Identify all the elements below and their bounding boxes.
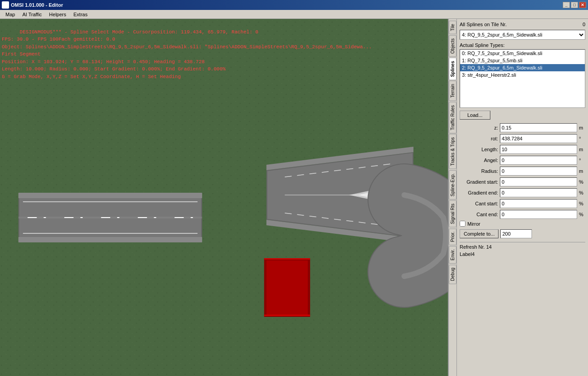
tab-traffic-rules[interactable]: Traffic Rules xyxy=(449,102,456,134)
tab-prior[interactable]: Prior. xyxy=(449,228,456,245)
overlay-line5: Position: X = 103.924; Y = 68.134; Heigh… xyxy=(2,59,205,65)
svg-rect-31 xyxy=(264,315,310,316)
tab-envir[interactable]: Envir. xyxy=(449,246,456,264)
angel-row: Angel: ° xyxy=(460,156,585,165)
gradient-end-input[interactable] xyxy=(500,188,577,197)
right-panel: Tile Objects Splines Terrain Traffic Rul… xyxy=(448,19,588,376)
tab-terrain[interactable]: Terrain xyxy=(449,81,456,101)
cant-start-input[interactable] xyxy=(500,199,577,208)
spline-item-3[interactable]: 3: str_4spur_Heerstr2.sli xyxy=(460,71,585,79)
rot-input[interactable] xyxy=(500,134,577,143)
divider xyxy=(460,242,585,242)
overlay-line2: FPS: 30.0 - FPS 100Fach gemittelt: 0.0 xyxy=(2,37,115,42)
mirror-row: Mirror xyxy=(460,221,585,227)
radius-row: Radius: m xyxy=(460,167,585,176)
menu-aitraffic[interactable]: AI Traffic xyxy=(19,11,45,18)
cant-end-input[interactable] xyxy=(500,210,577,219)
spline-dropdown[interactable]: 4: RQ_9,5_2spur_6,5m_Sidewalk.sli xyxy=(460,30,585,40)
cant-end-unit: % xyxy=(579,212,585,217)
spline-item-1[interactable]: 1: RQ_7,5_2spur_5,5mb.sli xyxy=(460,57,585,64)
all-splines-row: All Splines on Tile Nr. 0 xyxy=(460,22,585,27)
window-controls: _ □ ✕ xyxy=(563,2,586,8)
cant-end-label: Cant end: xyxy=(460,212,498,217)
gradient-end-unit: % xyxy=(579,190,585,195)
z-row: z: m xyxy=(460,123,585,132)
cant-end-row: Cant end: % xyxy=(460,210,585,219)
svg-rect-17 xyxy=(19,237,202,242)
length-input[interactable] xyxy=(500,145,577,154)
label4: Label4 xyxy=(460,251,585,257)
overlay-line7: G = Grab Mode, X,Y,Z = Set X,Y,Z Coordin… xyxy=(2,74,181,79)
complete-input[interactable] xyxy=(500,229,532,238)
z-unit: m xyxy=(579,125,585,130)
menu-helpers[interactable]: Helpers xyxy=(46,11,70,18)
length-unit: m xyxy=(579,147,585,152)
rot-label: rot: xyxy=(460,136,498,141)
tab-splines[interactable]: Splines xyxy=(449,58,456,80)
refresh-label: Refresh Nr. 14 xyxy=(460,244,585,250)
spline-list[interactable]: 0: RQ_7,5_2spur_5,5m_Sidewalk.sli 1: RQ_… xyxy=(460,49,585,108)
minimize-button[interactable]: _ xyxy=(563,2,570,8)
overlay-text: DESIGNMODUS*** - Spline Select Mode - Cu… xyxy=(2,21,372,88)
gradient-start-label: Gradient start: xyxy=(460,179,498,185)
z-input[interactable] xyxy=(500,123,577,132)
radius-label: Radius: xyxy=(460,168,498,174)
vertical-tabs: Tile Objects Splines Terrain Traffic Rul… xyxy=(449,19,457,376)
tab-signal-rts[interactable]: Signal Rts xyxy=(449,200,456,227)
cant-start-row: Cant start: % xyxy=(460,199,585,208)
radius-unit: m xyxy=(579,168,585,174)
angel-unit: ° xyxy=(579,158,585,163)
tab-spline-exp[interactable]: Spline-Exp. xyxy=(449,170,456,200)
mirror-checkbox[interactable] xyxy=(460,221,466,227)
all-splines-count: 0 xyxy=(583,22,585,27)
viewport[interactable]: DESIGNMODUS*** - Spline Select Mode - Cu… xyxy=(0,19,448,376)
rot-row: rot: ° xyxy=(460,134,585,143)
menubar: Map AI Traffic Helpers Extras xyxy=(0,10,588,19)
complete-row: Complete to... xyxy=(460,229,585,238)
tab-tile[interactable]: Tile xyxy=(449,21,456,34)
angel-label: Angel: xyxy=(460,158,498,163)
radius-input[interactable] xyxy=(500,167,577,176)
tab-debug[interactable]: Debug xyxy=(449,265,456,284)
svg-rect-29 xyxy=(267,260,308,315)
panel-content: All Splines on Tile Nr. 0 4: RQ_9,5_2spu… xyxy=(457,19,588,376)
spline-item-0[interactable]: 0: RQ_7,5_2spur_5,5m_Sidewalk.sli xyxy=(460,50,585,57)
z-label: z: xyxy=(460,125,498,130)
tab-tracks-trips[interactable]: Tracks & Trips xyxy=(449,134,456,169)
window-title: OMSI 1.01.000 - Editor xyxy=(11,2,63,8)
spline-item-2[interactable]: 2: RQ_9,5_2spur_6,5m_Sidewalk.sli xyxy=(460,64,585,71)
svg-rect-30 xyxy=(264,258,310,260)
menu-map[interactable]: Map xyxy=(2,11,19,18)
length-row: Length: m xyxy=(460,145,585,154)
load-button[interactable]: Load... xyxy=(460,111,490,120)
tab-objects[interactable]: Objects xyxy=(449,35,456,57)
main-area: DESIGNMODUS*** - Spline Select Mode - Cu… xyxy=(0,19,588,376)
cant-start-unit: % xyxy=(579,201,585,206)
all-splines-label: All Splines on Tile Nr. xyxy=(460,22,507,27)
overlay-line6: Length: 10.000; Radius: 0.000; Start Gra… xyxy=(2,66,226,72)
app-icon xyxy=(2,1,9,9)
overlay-line4: First Segment xyxy=(2,51,41,57)
overlay-line1: DESIGNMODUS*** - Spline Select Mode - Cu… xyxy=(20,29,259,35)
maximize-button[interactable]: □ xyxy=(571,2,578,8)
overlay-line3: Object: Splines\ADDON_SimpleStreets\RQ_9… xyxy=(2,44,372,50)
titlebar: OMSI 1.01.000 - Editor _ □ ✕ xyxy=(0,0,588,10)
gradient-start-input[interactable] xyxy=(500,177,577,186)
complete-button[interactable]: Complete to... xyxy=(460,229,499,238)
length-label: Length: xyxy=(460,147,498,152)
angel-input[interactable] xyxy=(500,156,577,165)
menu-extras[interactable]: Extras xyxy=(70,11,91,18)
gradient-end-label: Gradient end: xyxy=(460,190,498,195)
gradient-start-unit: % xyxy=(579,179,585,185)
svg-rect-16 xyxy=(19,193,202,198)
close-button[interactable]: ✕ xyxy=(579,2,586,8)
gradient-end-row: Gradient end: % xyxy=(460,188,585,197)
mirror-label: Mirror xyxy=(467,221,480,227)
cant-start-label: Cant start: xyxy=(460,201,498,206)
gradient-start-row: Gradient start: % xyxy=(460,177,585,186)
actual-spline-types-label: Actual Spline Types: xyxy=(460,42,585,48)
rot-unit: ° xyxy=(579,136,585,141)
